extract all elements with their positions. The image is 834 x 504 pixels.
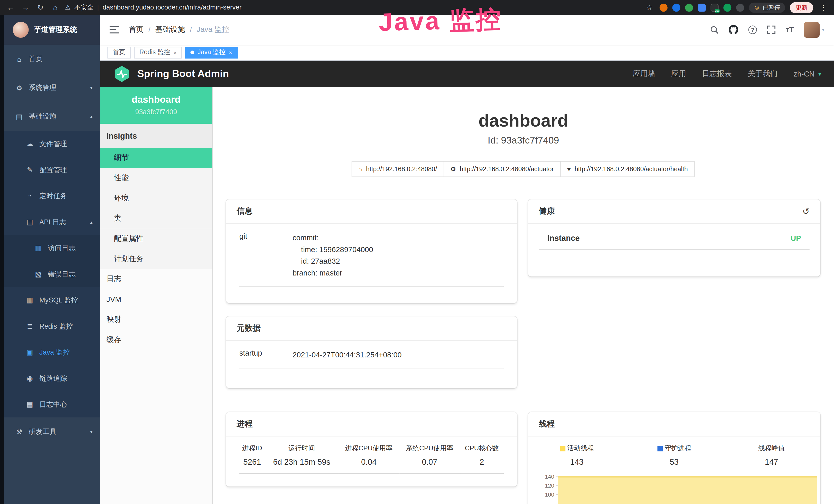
health-card: 健康 ↺ Instance UP xyxy=(528,200,820,276)
sba-item-classes[interactable]: 类 xyxy=(100,208,212,229)
fullscreen-icon[interactable] xyxy=(767,25,775,34)
app-window: 芋道管理系统 ⌂ 首页 ⚙ 系统管理 ▾ ▤ 基础设施 ▴ ☁ 文件管理 ✎ xyxy=(0,15,834,504)
locale-selector[interactable]: zh-CN ▾ xyxy=(793,70,821,78)
process-col-cpus: CPU核心数 xyxy=(460,444,504,457)
url-text[interactable]: dashboard.yudao.iocoder.cn/infra/admin-s… xyxy=(103,4,241,11)
sidebar-item-tracing[interactable]: ◉ 链路追踪 xyxy=(4,365,100,391)
sba-item-details[interactable]: 细节 xyxy=(100,148,212,168)
github-icon[interactable] xyxy=(729,25,738,35)
legend-value: 147 xyxy=(723,457,820,466)
nav-about[interactable]: 关于我们 xyxy=(748,69,777,78)
sba-app-block[interactable]: dashboard 93a3fc7f7409 xyxy=(100,87,212,124)
sidebar-item-api-log[interactable]: ▤ API 日志 ▴ xyxy=(4,209,100,235)
caret-down-icon: ▾ xyxy=(822,27,824,32)
breadcrumb-infrastructure[interactable]: 基础设施 xyxy=(155,25,185,35)
sba-item-environment[interactable]: 环境 xyxy=(100,188,212,208)
extension-icon[interactable] xyxy=(659,3,667,11)
instance-actuator-link[interactable]: ⚙ http://192.168.0.2:48080/actuator xyxy=(443,161,561,177)
sidebar-item-error-log[interactable]: ▧ 错误日志 xyxy=(4,261,100,287)
link-url: http://192.168.0.2:48080/ xyxy=(366,165,437,173)
sidebar-item-system-management[interactable]: ⚙ 系统管理 ▾ xyxy=(4,73,100,102)
sidebar-item-home[interactable]: ⌂ 首页 xyxy=(4,45,100,73)
tab-home[interactable]: 首页 xyxy=(107,46,131,58)
extension-icon[interactable] xyxy=(685,3,693,11)
process-card: 进程 进程ID 运行时间 进程CPU使用率 系统CPU使用率 CPU核心数 52… xyxy=(226,412,517,486)
browser-menu-icon[interactable]: ⋮ xyxy=(818,3,829,12)
tab-java-monitor[interactable]: Java 监控 × xyxy=(185,46,238,58)
sidebar-item-file-management[interactable]: ☁ 文件管理 xyxy=(4,131,100,157)
sidebar-item-infrastructure[interactable]: ▤ 基础设施 ▴ xyxy=(4,102,100,131)
reload-icon[interactable]: ↻ xyxy=(35,3,46,12)
metadata-key: startup xyxy=(239,349,292,361)
search-icon[interactable] xyxy=(710,25,719,34)
sidebar-item-label: MySQL 监控 xyxy=(39,295,78,305)
sidebar-item-access-log[interactable]: ▥ 访问日志 xyxy=(4,235,100,261)
nav-applications[interactable]: 应用 xyxy=(671,69,686,78)
instance-health-link[interactable]: ♥ http://192.168.0.2:48080/actuator/heal… xyxy=(560,161,695,177)
sidebar-item-scheduled-jobs[interactable]: ◔ 定时任务 xyxy=(4,183,100,209)
chrome-update-button[interactable]: 更新 xyxy=(790,2,813,13)
sidebar-item-redis-monitor[interactable]: ≣ Redis 监控 xyxy=(4,313,100,339)
sidebar-item-config-management[interactable]: ✎ 配置管理 xyxy=(4,157,100,183)
extension-icon[interactable] xyxy=(736,3,744,11)
health-instance-row[interactable]: Instance UP xyxy=(539,224,810,250)
sba-brand[interactable]: Spring Boot Admin xyxy=(113,65,229,83)
status-badge: UP xyxy=(791,234,801,242)
bookmark-star-icon[interactable]: ☆ xyxy=(644,3,655,12)
sba-item-scheduled-tasks[interactable]: 计划任务 xyxy=(100,249,212,269)
y-tick: 140 xyxy=(541,474,558,483)
page-subtitle: Id: 93a3fc7f7409 xyxy=(213,135,834,146)
y-tick: 120 xyxy=(541,483,558,492)
extension-icon[interactable] xyxy=(723,3,731,11)
sba-item-mappings[interactable]: 映射 xyxy=(100,310,212,330)
forward-icon[interactable]: → xyxy=(20,3,31,12)
process-val-uptime: 6d 23h 15m 59s xyxy=(265,457,338,474)
sba-item-logs[interactable]: 日志 xyxy=(100,269,212,289)
instance-home-link[interactable]: ⌂ http://192.168.0.2:48080/ xyxy=(352,161,444,177)
info-line: id: 27aa832 xyxy=(301,255,373,267)
sba-item-properties[interactable]: 配置属性 xyxy=(100,229,212,249)
process-table-header: 进程ID 运行时间 进程CPU使用率 系统CPU使用率 CPU核心数 xyxy=(239,444,504,457)
sba-item-jvm[interactable]: JVM xyxy=(100,289,212,310)
sba-nav-links: 应用墙 应用 日志报表 关于我们 zh-CN ▾ xyxy=(633,69,821,78)
app-logo[interactable]: 芋道管理系统 xyxy=(4,15,100,45)
history-icon[interactable]: ↺ xyxy=(803,206,810,216)
sba-content: dashboard Id: 93a3fc7f7409 ⌂ http://192.… xyxy=(213,87,834,504)
info-value: commit: time: 1596289704000 id: 27aa832 … xyxy=(292,232,373,279)
breadcrumb-home[interactable]: 首页 xyxy=(129,25,144,35)
extension-icon[interactable] xyxy=(672,3,680,11)
database-icon: ▦ xyxy=(25,296,34,304)
font-size-icon[interactable]: тT xyxy=(786,25,794,34)
close-icon[interactable]: × xyxy=(173,49,177,56)
user-avatar[interactable]: ▾ xyxy=(804,22,825,38)
sidebar-item-mysql-monitor[interactable]: ▦ MySQL 监控 xyxy=(4,287,100,313)
home-icon[interactable]: ⌂ xyxy=(50,3,61,12)
info-row-git: git commit: time: 1596289704000 id: 27aa… xyxy=(239,224,504,287)
tab-label: Redis 监控 xyxy=(139,48,170,57)
document-icon: ▥ xyxy=(34,244,43,252)
close-icon[interactable]: × xyxy=(229,49,232,56)
hamburger-icon[interactable] xyxy=(110,26,119,33)
sidebar-item-label: 研发工具 xyxy=(29,427,57,436)
address-bar[interactable]: ⚠ 不安全 | dashboard.yudao.iocoder.cn/infra… xyxy=(65,3,242,12)
sba-item-caches[interactable]: 缓存 xyxy=(100,330,212,350)
help-icon[interactable]: ? xyxy=(748,25,757,34)
sidebar-item-devtools[interactable]: ⚒ 研发工具 ▾ xyxy=(4,417,100,446)
tab-redis-monitor[interactable]: Redis 监控 × xyxy=(134,46,182,58)
process-col-pid: 进程ID xyxy=(239,444,265,457)
sidebar-item-log-center[interactable]: ▤ 日志中心 xyxy=(4,391,100,417)
back-icon[interactable]: ← xyxy=(5,3,16,12)
chevron-up-icon: ▴ xyxy=(90,219,92,225)
sidebar-item-java-monitor[interactable]: ▣ Java 监控 xyxy=(4,339,100,365)
avatar-image xyxy=(804,22,820,38)
header-actions: ? тT ▾ xyxy=(710,22,825,38)
nav-wallboard[interactable]: 应用墙 xyxy=(633,69,655,78)
extension-on-icon[interactable]: on xyxy=(710,3,719,11)
nav-journal[interactable]: 日志报表 xyxy=(702,69,732,78)
info-card: 信息 git commit: time: 1596289704000 id: 2… xyxy=(226,200,517,303)
paused-extension-badge[interactable]: ☺ 已暂停 xyxy=(749,2,785,12)
process-val-system-cpu: 0.07 xyxy=(399,457,460,474)
extension-icon[interactable] xyxy=(698,3,706,11)
chevron-up-icon: ▴ xyxy=(90,114,92,119)
sba-item-performance[interactable]: 性能 xyxy=(100,168,212,188)
